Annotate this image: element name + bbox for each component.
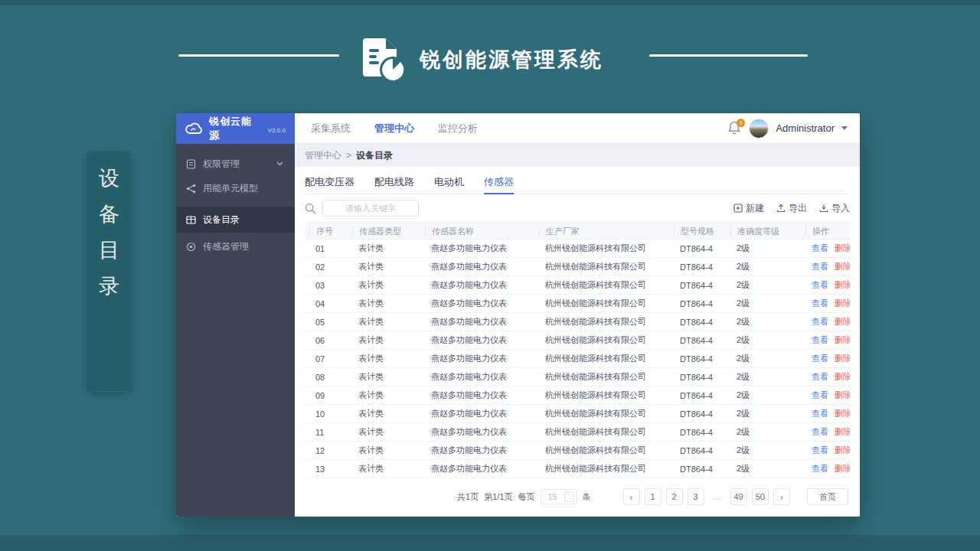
nav-item-collection-system[interactable]: 采集系统 [311,122,351,135]
sidebar-item-device-catalog[interactable]: 设备目录 [176,207,295,233]
table-row: 01表计类燕赵多功能电力仪表杭州锐创能源科技有限公司DT864-42级查看删除 [305,240,850,258]
sidebar-item-sensor-management[interactable]: 传感器管理 [176,234,295,259]
grid-icon [186,215,196,225]
cell-model: DT864-4 [669,295,726,313]
cell-sensor-type: 表计类 [348,295,420,313]
cell-sensor-type: 表计类 [348,350,420,368]
cell-sensor-name: 燕赵多功能电力仪表 [420,350,534,368]
view-link[interactable]: 查看 [812,298,828,308]
cell-sensor-type: 表计类 [348,276,420,295]
table-row: 12表计类燕赵多功能电力仪表杭州锐创能源科技有限公司DT864-42级查看删除 [305,442,850,460]
side-label-char: 录 [99,276,119,297]
delete-link[interactable]: 删除 [835,409,850,418]
table-row: 05表计类燕赵多功能电力仪表杭州锐创能源科技有限公司DT864-42级查看删除 [305,313,850,331]
table-row: 02表计类燕赵多功能电力仪表杭州锐创能源科技有限公司DT864-42级查看删除 [305,258,850,276]
prev-page-button[interactable]: ‹ [623,488,640,505]
content-panel: 配电变压器 配电线路 电动机 传感器 新建 导出 [295,167,860,517]
cell-model: DT864-4 [669,313,726,331]
first-page-button[interactable]: 首页 [807,488,848,505]
cell-model: DT864-4 [669,386,726,405]
delete-link[interactable]: 删除 [835,335,850,344]
user-menu-caret-icon[interactable] [841,126,848,130]
total-pages-text: 共1页 [457,491,479,503]
cell-accuracy: 2级 [726,405,801,423]
delete-link[interactable]: 删除 [835,354,850,363]
chevron-down-icon [275,161,285,166]
view-link[interactable]: 查看 [812,372,828,381]
sidebar-item-permissions[interactable]: 权限管理 [176,152,295,176]
view-link[interactable]: 查看 [812,335,828,344]
page-button[interactable]: 49 [730,488,747,505]
delete-link[interactable]: 删除 [835,298,850,308]
cell-accuracy: 2级 [726,258,801,276]
current-page-text: 第1/1页 [484,491,512,503]
tab-motor[interactable]: 电动机 [434,171,464,194]
delete-link[interactable]: 删除 [835,280,850,289]
view-link[interactable]: 查看 [812,390,828,399]
cell-sensor-name: 燕赵多功能电力仪表 [420,442,534,460]
delete-link[interactable]: 删除 [835,372,850,381]
cell-model: DT864-4 [669,350,726,368]
nav-item-monitoring-analysis[interactable]: 监控分析 [438,122,478,135]
side-label-char: 目 [99,240,119,261]
cell-seq: 06 [305,331,348,350]
view-link[interactable]: 查看 [812,427,828,436]
tab-distribution-transformer[interactable]: 配电变压器 [305,171,354,194]
import-button[interactable]: 导入 [819,202,850,215]
page-button[interactable]: 2 [666,488,683,505]
cell-actions: 查看删除 [801,313,850,331]
cell-sensor-type: 表计类 [348,423,420,442]
cell-sensor-name: 燕赵多功能电力仪表 [420,331,534,350]
notification-bell-icon[interactable]: 5 [728,121,742,136]
delete-link[interactable]: 删除 [835,243,850,253]
page-button[interactable]: 1 [645,488,662,505]
view-link[interactable]: 查看 [812,262,828,271]
user-name[interactable]: Administrator [776,122,835,134]
delete-link[interactable]: 删除 [835,427,850,436]
cell-sensor-type: 表计类 [348,331,420,350]
view-link[interactable]: 查看 [812,464,828,473]
sidebar-item-label: 权限管理 [203,158,240,171]
page-button[interactable]: 50 [752,488,769,505]
table-row: 08表计类燕赵多功能电力仪表杭州锐创能源科技有限公司DT864-42级查看删除 [305,368,850,386]
cell-model: DT864-4 [669,258,726,276]
col-header-model: 型号规格 [669,223,726,240]
next-page-button[interactable]: › [773,488,790,505]
cell-seq: 12 [305,442,348,460]
cell-accuracy: 2级 [726,313,801,331]
view-link[interactable]: 查看 [812,409,828,418]
cell-model: DT864-4 [669,423,726,442]
search-input[interactable] [322,200,419,217]
page-button[interactable]: 3 [688,488,704,505]
top-navigation-bar: 采集系统 管理中心 监控分析 5 Administrator [295,113,860,144]
main-area: 采集系统 管理中心 监控分析 5 Administrator 管理中心 > 设备… [295,113,860,517]
new-button[interactable]: 新建 [733,202,764,215]
cell-model: DT864-4 [669,240,726,258]
cell-seq: 07 [305,350,348,368]
view-link[interactable]: 查看 [812,354,828,363]
export-button[interactable]: 导出 [776,202,807,215]
delete-link[interactable]: 删除 [835,317,850,326]
delete-link[interactable]: 删除 [835,445,850,455]
tab-sensor[interactable]: 传感器 [484,171,514,194]
delete-link[interactable]: 删除 [835,390,850,399]
sidebar-logo: 锐创云能源 V2.0.0 [176,113,295,144]
user-avatar[interactable] [749,119,769,139]
cell-manufacturer: 杭州锐创能源科技有限公司 [534,368,669,386]
side-label-char: 设 [99,168,119,189]
tab-distribution-line[interactable]: 配电线路 [374,171,414,194]
sidebar-item-energy-unit-model[interactable]: 用能单元模型 [176,176,295,201]
view-link[interactable]: 查看 [812,243,828,253]
delete-link[interactable]: 删除 [835,262,850,271]
per-page-stepper[interactable] [564,492,574,502]
col-header-accuracy: 准确度等级 [726,223,801,240]
nav-item-management-center[interactable]: 管理中心 [374,122,414,135]
view-link[interactable]: 查看 [812,317,828,326]
per-page-input[interactable] [544,492,562,501]
breadcrumb-parent[interactable]: 管理中心 [305,149,341,162]
table-row: 03表计类燕赵多功能电力仪表杭州锐创能源科技有限公司DT864-42级查看删除 [305,276,850,295]
new-icon [733,204,743,213]
view-link[interactable]: 查看 [812,445,828,455]
view-link[interactable]: 查看 [812,280,828,289]
delete-link[interactable]: 删除 [835,464,850,473]
